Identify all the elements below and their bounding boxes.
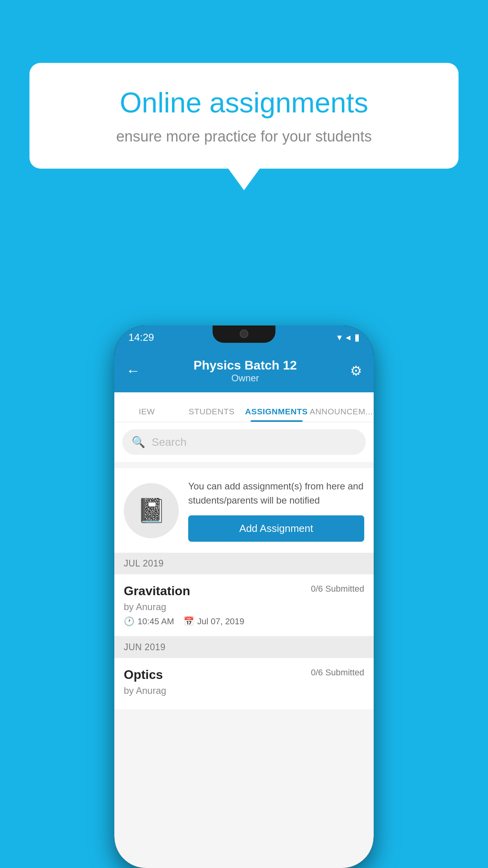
- header-title-area: Physics Batch 12 Owner: [193, 358, 297, 384]
- assignment-meta: 🕐 10:45 AM 📅 Jul 07, 2019: [124, 616, 364, 627]
- signal-icon: ◂: [346, 332, 350, 343]
- camera: [240, 329, 248, 338]
- assignment-top-optics: Optics 0/6 Submitted: [124, 668, 364, 682]
- search-bar[interactable]: 🔍 Search: [122, 429, 366, 455]
- assignment-by: by Anurag: [124, 601, 364, 612]
- speech-bubble-subtitle: ensure more practice for your students: [61, 128, 427, 145]
- assignment-submitted: 0/6 Submitted: [311, 584, 364, 594]
- clock-icon: 🕐: [124, 616, 134, 627]
- speech-bubble: Online assignments ensure more practice …: [29, 63, 459, 169]
- status-icons: ▾ ◂ ▮: [337, 332, 360, 343]
- search-container: 🔍 Search: [114, 422, 374, 462]
- phone-screen: 14:29 ▾ ◂ ▮ ← Physics Batch 12 Owner ⚙: [114, 326, 374, 868]
- app-header: ← Physics Batch 12 Owner ⚙: [114, 349, 374, 392]
- wifi-icon: ▾: [337, 332, 342, 343]
- assignment-time: 🕐 10:45 AM: [124, 616, 174, 627]
- promo-icon-circle: 📓: [124, 483, 179, 538]
- back-button[interactable]: ←: [126, 362, 140, 379]
- notebook-icon: 📓: [137, 497, 166, 524]
- settings-icon[interactable]: ⚙: [350, 363, 362, 379]
- tab-bar: IEW STUDENTS ASSIGNMENTS ANNOUNCEM...: [114, 392, 374, 422]
- promo-description: You can add assignment(s) from here and …: [188, 479, 364, 508]
- month-separator-jul: JUL 2019: [114, 553, 374, 574]
- promo-right: You can add assignment(s) from here and …: [188, 479, 364, 542]
- screen-content: 🔍 Search 📓 You can add assignment(s) fro…: [114, 422, 374, 868]
- calendar-icon: 📅: [183, 616, 194, 627]
- batch-name: Physics Batch 12: [193, 358, 297, 373]
- tab-assignments[interactable]: ASSIGNMENTS: [244, 407, 309, 422]
- status-time: 14:29: [128, 331, 154, 344]
- promo-card: 📓 You can add assignment(s) from here an…: [114, 468, 374, 553]
- phone-outer: 14:29 ▾ ◂ ▮ ← Physics Batch 12 Owner ⚙: [114, 326, 374, 868]
- optics-name: Optics: [124, 668, 163, 682]
- assignment-top: Gravitation 0/6 Submitted: [124, 584, 364, 598]
- add-assignment-button[interactable]: Add Assignment: [188, 515, 364, 542]
- speech-bubble-title: Online assignments: [61, 86, 427, 119]
- speech-bubble-container: Online assignments ensure more practice …: [29, 63, 459, 190]
- assignment-date: 📅 Jul 07, 2019: [183, 616, 244, 627]
- search-icon: 🔍: [132, 436, 145, 449]
- assignment-gravitation[interactable]: Gravitation 0/6 Submitted by Anurag 🕐 10…: [114, 574, 374, 636]
- optics-submitted: 0/6 Submitted: [311, 668, 364, 678]
- phone-notch: [213, 326, 275, 343]
- tab-announcements[interactable]: ANNOUNCEM...: [309, 407, 374, 422]
- tab-iew[interactable]: IEW: [114, 407, 179, 422]
- assignment-name: Gravitation: [124, 584, 190, 598]
- optics-by: by Anurag: [124, 685, 364, 696]
- speech-bubble-arrow: [228, 169, 260, 190]
- search-input[interactable]: Search: [152, 436, 187, 449]
- user-role: Owner: [193, 373, 297, 384]
- assignment-optics[interactable]: Optics 0/6 Submitted by Anurag: [114, 658, 374, 710]
- battery-icon: ▮: [354, 332, 360, 343]
- tab-students[interactable]: STUDENTS: [179, 407, 244, 422]
- month-separator-jun: JUN 2019: [114, 636, 374, 658]
- phone: 14:29 ▾ ◂ ▮ ← Physics Batch 12 Owner ⚙: [114, 326, 374, 868]
